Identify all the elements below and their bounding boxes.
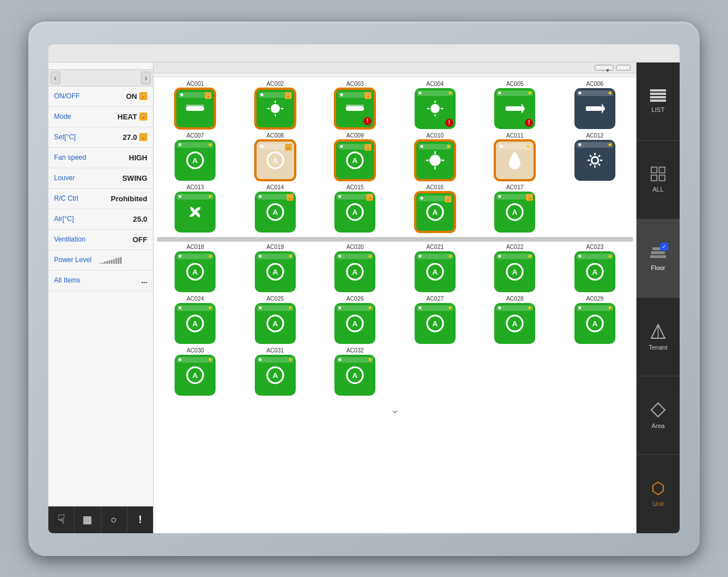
ac-main-icon-AC015: A xyxy=(342,200,367,225)
control-row-air[°c][interactable]: Air[°C]25.0 xyxy=(48,209,153,230)
ac-unit-AC016[interactable]: AC016A🔒 xyxy=(397,184,474,233)
ac-unit-AC023[interactable]: AC023A xyxy=(557,244,634,292)
toolbar-alert-button[interactable]: ! xyxy=(127,507,153,533)
ac-icon-AC012[interactable] xyxy=(574,140,615,181)
ac-unit-AC015[interactable]: AC015A🔒 xyxy=(317,184,394,233)
ac-unit-AC004[interactable]: AC004! xyxy=(397,81,474,129)
ac-mode-dot xyxy=(609,92,611,94)
control-row-ventilation[interactable]: VentilationOFF xyxy=(48,230,153,250)
ac-icon-AC010[interactable] xyxy=(415,140,456,181)
ac-unit-AC022[interactable]: AC022A xyxy=(477,244,553,292)
ac-unit-AC001[interactable]: AC001🔒 xyxy=(157,81,234,129)
right-nav-all[interactable]: ALL xyxy=(636,141,680,219)
ac-icon-AC028[interactable]: A xyxy=(494,303,535,344)
ctrl-label: Ventilation xyxy=(54,235,100,243)
ac-unit-AC005[interactable]: AC005! xyxy=(477,81,553,129)
ac-icon-AC026[interactable]: A xyxy=(334,303,375,344)
right-nav-icon-wrap-all xyxy=(651,167,665,184)
power-bars xyxy=(100,256,147,264)
ac-unit-AC017[interactable]: AC017A🔒 xyxy=(477,184,553,233)
ac-icon-AC023[interactable]: A xyxy=(574,251,615,292)
control-row-powerlevel[interactable]: Power Level xyxy=(48,250,153,271)
ac-icon-AC031[interactable]: A xyxy=(255,355,296,396)
control-row-fanspeed[interactable]: Fan speedHIGH xyxy=(48,148,153,168)
ac-unit-AC014[interactable]: AC014A🔒 xyxy=(237,184,314,233)
ac-unit-AC009[interactable]: AC009A🔒 xyxy=(317,132,394,181)
ac-icon-AC002[interactable]: 🔒 xyxy=(255,88,296,129)
ac-unit-AC010[interactable]: AC010 xyxy=(397,132,474,181)
control-row-louver[interactable]: LouverSWING xyxy=(48,168,153,189)
ac-icon-AC017[interactable]: A🔒 xyxy=(494,192,535,233)
ac-icon-AC021[interactable]: A xyxy=(415,251,456,292)
ac-icon-AC029[interactable]: A xyxy=(574,303,615,344)
ac-unit-AC006[interactable]: AC006 xyxy=(557,81,634,129)
ac-unit-AC007[interactable]: AC007A xyxy=(157,132,234,181)
ac-icon-AC008[interactable]: A🔒 xyxy=(255,140,296,181)
nav-next-button[interactable]: › xyxy=(141,72,151,84)
ac-unit-AC019[interactable]: AC019A xyxy=(237,244,314,292)
unit-dropdown-button[interactable] xyxy=(594,65,614,70)
right-nav-icon-wrap-tenant xyxy=(650,323,666,342)
ac-unit-AC012[interactable]: AC012 xyxy=(557,132,634,181)
ac-icon-AC007[interactable]: A xyxy=(175,140,216,181)
ac-status-bar xyxy=(577,254,613,259)
ac-icon-AC016[interactable]: A🔒 xyxy=(415,192,456,233)
breadcrumb-tenant-a xyxy=(154,73,636,77)
ac-unit-AC002[interactable]: AC002🔒 xyxy=(237,81,314,129)
toolbar-circle-button[interactable]: ○ xyxy=(101,507,127,533)
ac-icon-AC004[interactable]: ! xyxy=(415,88,456,129)
right-nav-tenant[interactable]: Tenant xyxy=(636,298,680,376)
ac-icon-AC003[interactable]: 🔒! xyxy=(334,88,375,129)
ac-icon-AC025[interactable]: A xyxy=(255,303,296,344)
control-row-set[°c][interactable]: Set[°C]27.0🔒 xyxy=(48,127,153,148)
ac-unit-AC029[interactable]: AC029A xyxy=(557,296,634,344)
ac-unit-label-AC008: AC008 xyxy=(266,132,284,139)
ac-unit-AC026[interactable]: AC026A xyxy=(317,296,394,344)
toolbar-hand-button[interactable]: ☟ xyxy=(48,507,75,533)
right-nav-unit[interactable]: Unit xyxy=(636,455,680,533)
right-nav-list[interactable]: LIST xyxy=(636,63,680,141)
ac-icon-AC018[interactable]: A xyxy=(175,251,216,292)
ac-icon-AC024[interactable]: A xyxy=(175,303,216,344)
toolbar-grid-button[interactable]: ▦ xyxy=(75,507,101,533)
ac-icon-AC019[interactable]: A xyxy=(255,251,296,292)
ac-unit-AC028[interactable]: AC028A xyxy=(477,296,553,344)
control-row-allitems[interactable]: All Items... xyxy=(48,271,153,291)
ac-unit-AC003[interactable]: AC003🔒! xyxy=(317,81,394,129)
ac-unit-AC030[interactable]: AC030A xyxy=(157,347,234,396)
scroll-down-button[interactable]: ⌄ xyxy=(157,400,633,418)
ac-unit-AC020[interactable]: AC020A xyxy=(317,244,394,292)
ac-icon-AC030[interactable]: A xyxy=(175,355,216,396)
ac-unit-AC021[interactable]: AC021A xyxy=(397,244,474,292)
ac-icon-AC006[interactable] xyxy=(574,88,615,129)
ac-icon-AC020[interactable]: A xyxy=(334,251,375,292)
ac-status-dot xyxy=(340,93,343,96)
control-row-r/cctrl[interactable]: R/C CtrlProhibited xyxy=(48,189,153,209)
ac-unit-AC025[interactable]: AC025A xyxy=(237,296,314,344)
ac-icon-AC013[interactable] xyxy=(175,192,216,233)
ac-unit-AC013[interactable]: AC013 xyxy=(157,184,234,233)
ac-unit-AC032[interactable]: AC032A xyxy=(317,347,394,396)
ac-icon-AC011[interactable] xyxy=(494,140,535,181)
ac-icon-AC009[interactable]: A🔒 xyxy=(334,140,375,181)
right-nav-floor[interactable]: ✓Floor xyxy=(636,219,680,298)
ac-unit-AC018[interactable]: AC018A xyxy=(157,244,234,292)
ac-icon-AC027[interactable]: A xyxy=(415,303,456,344)
control-row-on/off[interactable]: ON/OFFON🔒 xyxy=(48,86,153,107)
all-unit-button[interactable] xyxy=(616,65,631,70)
ac-icon-AC015[interactable]: A🔒 xyxy=(334,192,375,233)
ac-unit-AC011[interactable]: AC011 xyxy=(477,132,553,181)
ac-icon-AC005[interactable]: ! xyxy=(494,88,535,129)
ac-icon-AC032[interactable]: A xyxy=(334,355,375,396)
control-row-mode[interactable]: ModeHEAT🔒 xyxy=(48,107,153,127)
ac-unit-AC031[interactable]: AC031A xyxy=(237,347,314,396)
ac-icon-AC001[interactable]: 🔒 xyxy=(175,88,216,129)
ac-icon-AC014[interactable]: A🔒 xyxy=(255,192,296,233)
ac-icon-AC022[interactable]: A xyxy=(494,251,535,292)
nav-prev-button[interactable]: ‹ xyxy=(51,72,60,84)
ac-unit-AC027[interactable]: AC027A xyxy=(397,296,474,344)
svg-text:A: A xyxy=(592,319,598,328)
ac-unit-AC024[interactable]: AC024A xyxy=(157,296,234,344)
right-nav-area[interactable]: Area xyxy=(636,376,680,455)
ac-unit-AC008[interactable]: AC008A🔒 xyxy=(237,132,314,181)
